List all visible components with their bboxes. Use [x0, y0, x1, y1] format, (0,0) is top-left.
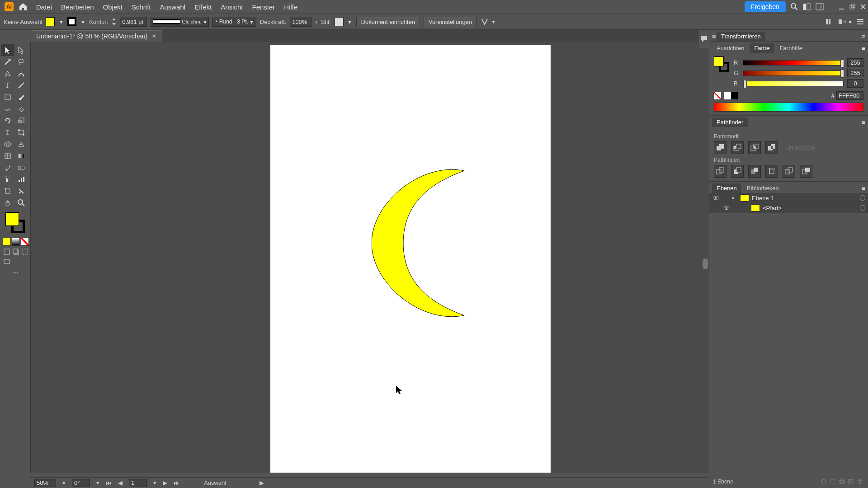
line-tool[interactable] [14, 80, 28, 91]
expand-layer-icon[interactable]: ▾ [732, 196, 737, 201]
fill-dropdown-icon[interactable]: ▾ [58, 19, 64, 24]
target-icon[interactable] [860, 205, 865, 211]
snap-dropdown-icon[interactable]: ▾ [492, 19, 495, 24]
locate-object-icon[interactable] [819, 477, 828, 486]
menu-objekt[interactable]: Objekt [99, 1, 127, 13]
arrange-icon[interactable] [803, 3, 811, 11]
document-tab[interactable]: Unbenannt-1* @ 50 % (RGB/Vorschau) ✕ [31, 30, 162, 42]
color-fillstroke-indicator[interactable] [714, 56, 729, 72]
layers-tab[interactable]: Ebenen [712, 183, 741, 193]
zoom-input[interactable] [34, 479, 56, 487]
minimize-icon[interactable] [838, 4, 844, 10]
free-transform-tool[interactable] [14, 127, 28, 138]
fill-stroke-indicator[interactable] [5, 212, 25, 233]
draw-inside-icon[interactable] [21, 248, 29, 256]
rectangle-tool[interactable] [1, 91, 14, 103]
artboard-first-icon[interactable]: ⏮ [106, 479, 112, 486]
rotate-tool[interactable] [1, 115, 14, 127]
white-swatch-icon[interactable] [724, 92, 731, 99]
make-clipping-icon[interactable] [828, 477, 837, 486]
new-sublayer-icon[interactable] [837, 477, 846, 486]
stroke-weight-input[interactable] [120, 17, 147, 27]
stroke-swatch[interactable] [67, 17, 76, 26]
target-icon[interactable] [860, 195, 865, 201]
lasso-tool[interactable] [14, 56, 28, 68]
arrange-panel-icon[interactable]: ▾ [838, 18, 852, 26]
brush-dropdown[interactable]: • Rund - 3 Pt. ▾ [212, 17, 256, 27]
artboard-prev-icon[interactable]: ◀ [118, 479, 123, 486]
layer-name[interactable]: Ebene 1 [752, 195, 774, 202]
menu-hilfe[interactable]: Hilfe [279, 1, 302, 13]
status-play-icon[interactable]: ▶ [259, 479, 264, 486]
pen-tool[interactable] [1, 68, 14, 80]
screen-mode-icon[interactable] [3, 258, 11, 266]
more-tools-icon[interactable]: ⋯ [1, 267, 29, 279]
comments-dock-icon[interactable] [698, 30, 709, 48]
pathfinder-tab[interactable]: Pathfinder [712, 117, 748, 127]
artboard-dropdown-icon[interactable]: ▾ [153, 479, 156, 486]
none-color-icon[interactable] [714, 92, 721, 99]
preferences-button[interactable]: Voreinstellungen [424, 17, 477, 27]
transform-menu-icon[interactable]: ≡ [862, 33, 865, 40]
g-value[interactable]: 255 [847, 69, 863, 77]
close-tab-icon[interactable]: ✕ [152, 33, 156, 39]
opacity-chevron-icon[interactable]: › [315, 18, 317, 25]
eraser-tool[interactable] [14, 103, 28, 115]
b-value[interactable]: 0 [847, 79, 863, 88]
draw-normal-icon[interactable] [3, 248, 11, 256]
align-panel-icon[interactable] [825, 18, 833, 26]
mesh-tool[interactable] [1, 150, 14, 162]
rotate-dropdown-icon[interactable]: ▾ [96, 479, 99, 486]
menu-bearbeiten[interactable]: Bearbeiten [57, 1, 99, 13]
hand-tool[interactable] [1, 197, 14, 209]
visibility-icon[interactable] [723, 204, 730, 211]
selection-tool[interactable] [1, 44, 14, 56]
stroke-dropdown-icon[interactable]: ▾ [80, 19, 85, 24]
vertical-scrollbar[interactable] [702, 42, 709, 473]
align-tab[interactable]: Ausrichten [712, 43, 749, 53]
unite-button[interactable] [714, 141, 726, 154]
rotate-input[interactable] [72, 479, 90, 487]
color-mode-icon[interactable] [3, 238, 11, 246]
b-slider[interactable] [743, 81, 844, 86]
menu-auswahl[interactable]: Auswahl [155, 1, 190, 13]
crescent-shape[interactable] [372, 166, 467, 320]
workspace-icon[interactable] [816, 3, 824, 11]
artboard-tool[interactable] [1, 185, 14, 197]
color-spectrum[interactable] [714, 103, 863, 112]
curvature-tool[interactable] [14, 68, 28, 80]
blend-tool[interactable] [14, 162, 28, 174]
r-value[interactable]: 255 [847, 58, 863, 67]
direct-selection-tool[interactable] [14, 44, 28, 56]
artboard-last-icon[interactable]: ⏭ [174, 479, 179, 486]
shape-builder-tool[interactable] [1, 138, 14, 150]
panel-menu-icon[interactable] [856, 18, 864, 26]
libraries-tab[interactable]: Bibliotheken [742, 183, 783, 193]
close-window-icon[interactable] [860, 4, 866, 10]
draw-behind-icon[interactable] [12, 248, 20, 256]
transform-tab[interactable]: Transformieren [717, 32, 765, 41]
black-swatch-icon[interactable] [731, 92, 738, 99]
link-icon[interactable]: ⧉ [712, 33, 716, 39]
menu-fenster[interactable]: Fenster [247, 1, 279, 13]
artboard[interactable] [270, 45, 551, 473]
crop-button[interactable] [765, 165, 778, 178]
minus-back-button[interactable] [800, 165, 812, 178]
style-dropdown-icon[interactable]: ▾ [347, 19, 353, 24]
menu-datei[interactable]: Datei [32, 1, 57, 13]
new-layer-icon[interactable] [846, 477, 855, 486]
fill-color-icon[interactable] [5, 212, 19, 226]
path-name[interactable]: <Pfad> [763, 205, 782, 211]
trim-button[interactable] [731, 165, 744, 178]
gradient-mode-icon[interactable] [12, 238, 20, 246]
symbol-sprayer-tool[interactable] [1, 174, 14, 185]
home-icon[interactable] [18, 3, 28, 11]
search-icon[interactable] [790, 3, 798, 11]
exclude-button[interactable] [765, 141, 778, 154]
shaper-tool[interactable] [1, 103, 14, 115]
hex-input[interactable] [836, 91, 863, 100]
pathfinder-menu-icon[interactable]: ≡ [862, 119, 865, 126]
share-button[interactable]: Freigeben [745, 1, 786, 12]
fill-swatch[interactable] [46, 17, 55, 26]
layer-row[interactable]: ▾ Ebene 1 [709, 193, 868, 203]
